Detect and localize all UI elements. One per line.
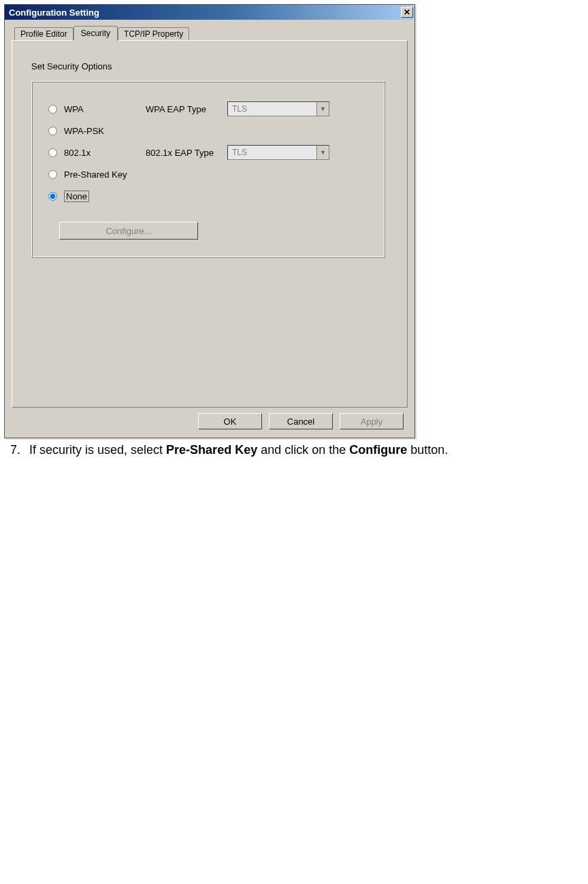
step-number: 7.: [4, 442, 20, 458]
cancel-button[interactable]: Cancel: [269, 413, 333, 429]
configuration-setting-dialog: Configuration Setting ✕ Profile Editor S…: [4, 4, 415, 438]
close-button[interactable]: ✕: [401, 7, 413, 18]
option-none-row: None: [48, 185, 371, 207]
tab-strip: Profile Editor Security TCP/IP Property: [14, 25, 408, 40]
radio-label-none: None: [64, 191, 89, 202]
wpa-eap-type-value: TLS: [228, 103, 316, 115]
8021x-eap-type-value: TLS: [228, 146, 316, 159]
apply-button[interactable]: Apply: [340, 413, 404, 429]
radio-wpa[interactable]: [48, 105, 57, 114]
radio-8021x[interactable]: [48, 148, 57, 157]
radio-none[interactable]: [48, 192, 57, 201]
8021x-eap-type-label: 802.1x EAP Type: [146, 148, 227, 158]
wpa-eap-type-select[interactable]: TLS ▼: [227, 101, 329, 116]
radio-label-pre-shared-key: Pre-Shared Key: [64, 169, 146, 180]
dialog-titlebar: Configuration Setting ✕: [5, 5, 414, 20]
security-options-group: WPA WPA EAP Type TLS ▼ WPA-PSK 802.1x: [31, 81, 385, 258]
tab-security[interactable]: Security: [74, 26, 118, 41]
step-bold-pre-shared-key: Pre-Shared Key: [166, 443, 257, 457]
tab-tcpip-property[interactable]: TCP/IP Property: [118, 27, 189, 40]
group-title: Set Security Options: [31, 61, 393, 71]
ok-button[interactable]: OK: [198, 413, 262, 429]
close-icon: ✕: [404, 8, 410, 16]
dialog-button-row: OK Cancel Apply: [12, 408, 408, 431]
option-wpa-row: WPA WPA EAP Type TLS ▼: [48, 98, 371, 120]
wpa-eap-type-label: WPA EAP Type: [146, 104, 227, 114]
step-bold-configure: Configure: [349, 443, 407, 457]
chevron-down-icon: ▼: [316, 102, 329, 116]
security-tab-panel: Set Security Options WPA WPA EAP Type TL…: [12, 40, 408, 408]
8021x-eap-type-select[interactable]: TLS ▼: [227, 145, 329, 160]
chevron-down-icon: ▼: [316, 146, 329, 159]
step-text-prefix: If security is used, select: [29, 443, 166, 457]
option-8021x-row: 802.1x 802.1x EAP Type TLS ▼: [48, 142, 371, 163]
tab-profile-editor[interactable]: Profile Editor: [14, 27, 74, 40]
step-text-suffix: button.: [407, 443, 448, 457]
radio-label-wpa-psk: WPA-PSK: [64, 126, 146, 136]
step-text-mid: and click on the: [257, 443, 349, 457]
radio-wpa-psk[interactable]: [48, 127, 57, 135]
instruction-step-7: 7. If security is used, select Pre-Share…: [4, 442, 584, 458]
configure-button[interactable]: Configure...: [59, 222, 198, 240]
radio-label-wpa: WPA: [64, 104, 146, 114]
dialog-title: Configuration Setting: [9, 7, 99, 18]
radio-pre-shared-key[interactable]: [48, 170, 57, 179]
option-psk-row: Pre-Shared Key: [48, 163, 371, 185]
radio-label-8021x: 802.1x: [64, 148, 146, 158]
option-wpa-psk-row: WPA-PSK: [48, 120, 371, 142]
